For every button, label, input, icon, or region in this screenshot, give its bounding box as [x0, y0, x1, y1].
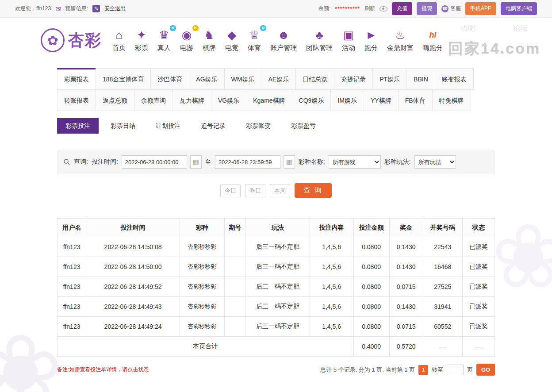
- refresh-link[interactable]: 刷新: [364, 5, 375, 12]
- report-tab[interactable]: AG娱乐: [189, 68, 224, 90]
- customer-service-link[interactable]: ☎ 客服: [441, 5, 461, 12]
- sub-tab[interactable]: 追号记录: [192, 118, 234, 134]
- report-tab[interactable]: 瓦力棋牌: [172, 89, 211, 111]
- report-tab[interactable]: AE娱乐: [261, 68, 296, 90]
- goto-page-input[interactable]: [447, 365, 464, 375]
- cell-draw-number: 16468: [423, 257, 462, 277]
- table-note: 备注:如需查看投注单详情，请点击状态: [57, 366, 149, 373]
- report-tab[interactable]: 日结总览: [295, 68, 334, 90]
- site-logo[interactable]: ✿ 杏彩: [41, 28, 102, 52]
- search-button[interactable]: 查 询: [295, 183, 332, 198]
- nav-label: 金鼎财富: [387, 44, 414, 52]
- report-tab[interactable]: IM娱乐: [330, 89, 364, 111]
- nav-item-team[interactable]: ♣ 团队管理: [306, 28, 333, 52]
- balance-value: **********: [335, 6, 360, 12]
- cell-amount: 0.0800: [353, 257, 389, 277]
- yesterday-button[interactable]: 昨日: [245, 184, 265, 197]
- lottery-ticket-icon: ✦: [135, 28, 148, 42]
- nav-item-egames[interactable]: ◉H 电游: [180, 28, 193, 52]
- cell-status[interactable]: 已派奖: [462, 277, 494, 297]
- nav-item-home[interactable]: ⌂ 首页: [112, 28, 126, 52]
- logout-link[interactable]: 安全退出: [104, 5, 126, 12]
- page-total-label: 本页合计: [58, 337, 354, 357]
- current-page-badge[interactable]: 1: [418, 365, 428, 375]
- sub-tab[interactable]: 彩票日结: [102, 118, 144, 134]
- cell-amount: 0.0800: [353, 237, 389, 257]
- report-tab[interactable]: FB体育: [398, 89, 433, 111]
- report-tab[interactable]: 返点总额: [96, 89, 134, 111]
- table-header-row: 用户名 投注时间 彩种 期号 玩法 投注内容 投注金额 奖金 开奖号码 状态: [58, 219, 495, 237]
- go-button[interactable]: GO: [476, 364, 495, 376]
- mail-icon[interactable]: ✉: [55, 5, 61, 13]
- time-from-input[interactable]: [122, 155, 187, 169]
- cell-amount: 0.0800: [353, 297, 389, 317]
- report-tab[interactable]: WM娱乐: [224, 68, 262, 90]
- nav-item-paofen[interactable]: ► 跑分: [364, 28, 378, 52]
- col-header-draw-number: 开奖号码: [423, 219, 462, 237]
- report-tab[interactable]: 沙巴体育: [150, 68, 189, 90]
- calendar-icon[interactable]: ▦: [284, 155, 295, 169]
- sub-tab[interactable]: 彩票盈亏: [283, 118, 324, 134]
- sub-tab[interactable]: 计划投注: [147, 118, 189, 134]
- sub-tab[interactable]: 彩票账变: [238, 118, 279, 134]
- cell-prize: 0.1430: [389, 237, 423, 257]
- report-tab[interactable]: 账变报表: [435, 68, 474, 90]
- decorative-flower-icon: ❀: [491, 212, 552, 301]
- nav-item-chess[interactable]: ♞ 棋牌: [203, 28, 216, 52]
- mobile-app-button[interactable]: 手机APP: [465, 2, 496, 15]
- report-tab[interactable]: 转账报表: [57, 89, 96, 111]
- report-tab[interactable]: 充提记录: [334, 68, 373, 90]
- nav-item-wealth[interactable]: ♨ 金鼎财富: [387, 28, 414, 52]
- lottery-select[interactable]: 所有游戏: [329, 155, 381, 169]
- report-tab[interactable]: VG娱乐: [211, 89, 246, 111]
- cell-status[interactable]: 已派奖: [462, 297, 494, 317]
- time-to-input[interactable]: [215, 155, 280, 169]
- nav-item-lottery[interactable]: ✦ 彩票: [135, 28, 148, 52]
- nav-item-live[interactable]: ♛N 真人: [157, 28, 171, 52]
- report-tab[interactable]: PT娱乐: [372, 68, 407, 90]
- cell-bet-time: 2022-06-28 14:49:52: [86, 277, 180, 297]
- play-type-select[interactable]: 所有玩法: [414, 155, 456, 169]
- cell-bet-time: 2022-06-28 14:50:00: [86, 257, 180, 277]
- cell-content: 1,4,5,6: [310, 257, 353, 277]
- sub-tab-active[interactable]: 彩票投注: [57, 118, 99, 134]
- nav-item-sports[interactable]: ♕N 体育: [248, 28, 261, 52]
- report-tab[interactable]: BBIN: [406, 68, 435, 90]
- team-icon: ♣: [313, 28, 326, 42]
- this-week-button[interactable]: 本周: [270, 184, 290, 197]
- account-icon: ☻: [277, 28, 290, 42]
- report-tab-active[interactable]: 彩票报表: [57, 68, 96, 90]
- col-header-username: 用户名: [58, 219, 86, 237]
- report-tab[interactable]: 188金宝博体育: [96, 68, 151, 90]
- table-row: ffn123 2022-06-28 14:49:43 杏彩秒秒彩 后三一码不定胆…: [58, 297, 495, 317]
- eye-icon[interactable]: [380, 6, 387, 12]
- report-tab[interactable]: Kgame棋牌: [246, 89, 292, 111]
- cell-status[interactable]: 已派奖: [462, 257, 494, 277]
- recharge-button[interactable]: 充值: [392, 2, 412, 15]
- today-button[interactable]: 今日: [220, 184, 241, 197]
- nav-label: 体育: [248, 44, 261, 52]
- report-tab[interactable]: 余额查询: [134, 89, 173, 111]
- report-tab[interactable]: YY棋牌: [364, 89, 399, 111]
- cell-bet-time: 2022-06-28 14:50:08: [86, 237, 180, 257]
- nav-item-activity[interactable]: ▣ 活动: [342, 28, 355, 52]
- pc-client-button[interactable]: 电脑客户端: [501, 2, 537, 15]
- withdraw-button[interactable]: 提现: [417, 2, 437, 15]
- page-unit-label: 页: [467, 366, 473, 374]
- nav-item-esports[interactable]: ◆ 电竞: [225, 28, 238, 52]
- cell-status[interactable]: 已派奖: [462, 237, 494, 257]
- cell-lottery: 杏彩秒秒彩: [180, 237, 224, 257]
- cell-status[interactable]: 已派奖: [462, 317, 494, 337]
- report-tab[interactable]: CQ9娱乐: [292, 89, 331, 111]
- cell-amount: 0.0800: [353, 277, 389, 297]
- table-row: ffn123 2022-06-28 14:50:08 杏彩秒秒彩 后三一码不定胆…: [58, 237, 495, 257]
- cell-lottery: 杏彩秒秒彩: [180, 317, 224, 337]
- report-tab[interactable]: 特兔棋牌: [432, 89, 471, 111]
- calendar-icon[interactable]: ▦: [190, 155, 202, 169]
- cell-bet-time: 2022-06-28 14:49:24: [86, 317, 180, 337]
- sports-trophy-icon: ♕N: [248, 28, 261, 42]
- nav-item-account[interactable]: ☻ 账户管理: [270, 28, 297, 52]
- nav-item-hipaofen[interactable]: hi 嗨跑分: [423, 28, 443, 52]
- edit-icon[interactable]: ✎: [92, 5, 100, 12]
- watermark-right-text: 论坛: [513, 24, 527, 33]
